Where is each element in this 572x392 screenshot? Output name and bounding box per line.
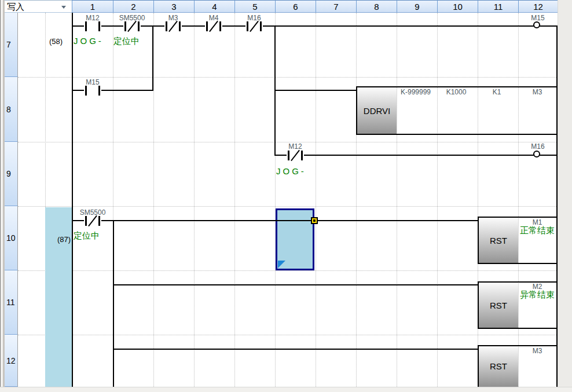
column-header-10: 10	[437, 0, 478, 13]
rung-line-row12	[113, 349, 479, 350]
left-power-rail	[72, 13, 73, 387]
rung-line-row7	[72, 25, 558, 27]
column-header-2: 2	[113, 0, 153, 13]
rung-line-row11	[113, 284, 479, 285]
ddrvi-operand-1: K-999999	[395, 88, 436, 96]
device-label: M15	[72, 78, 113, 86]
coil-m15-row7[interactable]	[533, 21, 540, 28]
comment-jog-row9: JOG-	[276, 166, 306, 176]
device-label: M16	[518, 142, 558, 151]
column-header-8: 8	[356, 0, 397, 13]
column-header-5: 5	[234, 0, 275, 13]
grid-line-h	[18, 270, 558, 271]
grid-line-v	[316, 13, 316, 387]
column-header-1: 1	[72, 0, 113, 13]
grid-line-v	[478, 13, 478, 387]
vertical-scrollbar-track[interactable]	[558, 0, 572, 387]
row-header-10[interactable]: 10	[5, 206, 18, 270]
grid-line-v	[234, 13, 235, 387]
rst3-operand: M3	[517, 347, 558, 355]
rst1-band-bottom-line	[478, 263, 558, 264]
window-left-frame	[0, 0, 5, 392]
rst2-instruction-box[interactable]: RST	[478, 281, 518, 329]
device-label: SM5500	[72, 208, 113, 217]
ddrvi-operand-3: K1	[476, 88, 517, 96]
chevron-down-icon[interactable]	[61, 6, 66, 9]
rst2-band-bottom-line	[478, 328, 558, 329]
grid-line-h	[18, 206, 558, 207]
rung-line-row9	[274, 155, 558, 156]
coil-m16-row9[interactable]	[533, 151, 540, 157]
rst1-band-top-line	[478, 217, 558, 218]
ddrvi-mnemonic: DDRVI	[364, 106, 390, 116]
device-label: M15	[518, 14, 558, 22]
rung-line-ddrvi	[274, 90, 357, 91]
horizontal-scrollbar-track[interactable]	[0, 387, 572, 392]
branch-line-col1	[113, 220, 114, 387]
contact-no-m15-row8[interactable]	[84, 86, 101, 96]
contact-no-m12-row7[interactable]	[84, 21, 101, 31]
rst3-band-top-line	[478, 345, 558, 346]
column-header-9: 9	[397, 0, 437, 13]
ddrvi-band-bottom-line	[356, 134, 558, 135]
nc-slash-icon	[127, 21, 137, 32]
rst3-instruction-box[interactable]: RST	[478, 345, 518, 387]
ddrvi-operand-4: M3	[517, 88, 558, 96]
rung-line-row10	[72, 220, 479, 221]
contact-nc-m3-row7[interactable]	[164, 21, 182, 31]
row-header-7[interactable]: 7	[5, 13, 18, 77]
ddrvi-band-top-line	[356, 86, 558, 87]
nc-slash-icon	[168, 21, 178, 32]
device-label: M4	[193, 14, 234, 22]
nc-slash-icon	[250, 21, 259, 32]
device-label: SM5500	[112, 14, 152, 22]
nc-slash-icon	[88, 215, 97, 226]
contact-nc-m16-row7[interactable]	[245, 21, 263, 31]
grid-line-h	[18, 335, 558, 335]
grid-line-v	[356, 13, 357, 387]
contact-nc-m4-row7[interactable]	[205, 21, 222, 31]
grid-line-v	[437, 13, 438, 387]
row-header-11[interactable]: 11	[5, 270, 18, 335]
row-header-12[interactable]: 12	[5, 335, 18, 387]
selection-handle[interactable]	[311, 217, 318, 224]
selected-rung-block-bar	[45, 207, 72, 387]
device-label: M16	[234, 14, 274, 22]
row-header-8[interactable]: 8	[5, 77, 18, 142]
mode-selector[interactable]: 写入	[5, 0, 72, 13]
rst1-instruction-box[interactable]: RST	[478, 217, 518, 264]
rst2-mnemonic: RST	[490, 301, 507, 310]
ladder-editor-window: 写入 1 2 3 4 5 6 7 8 9 10 11 12 7 8 9 10 1…	[0, 0, 572, 392]
rst1-mnemonic: RST	[490, 236, 507, 246]
ddrvi-instruction-box[interactable]: DDRVI	[356, 86, 397, 135]
device-label: M12	[275, 142, 316, 151]
contact-nc-sm5500-row10[interactable]	[84, 216, 101, 226]
ddrvi-operand-2: K1000	[436, 88, 476, 96]
column-header-3: 3	[153, 0, 194, 13]
column-header-11: 11	[478, 0, 518, 13]
device-label: M12	[72, 14, 113, 22]
device-label: M3	[153, 14, 193, 22]
row-header-9[interactable]: 9	[5, 142, 18, 206]
grid-line-h	[18, 77, 558, 78]
mode-label: 写入	[7, 2, 24, 13]
step-number-row10: (87)	[53, 235, 71, 244]
rst3-mnemonic: RST	[490, 361, 507, 371]
grid-line-v	[397, 13, 397, 387]
comment-rst2: 异常结束	[517, 290, 558, 301]
grid-line-v	[194, 13, 195, 387]
column-header-4: 4	[194, 0, 234, 13]
nc-slash-icon	[209, 21, 218, 32]
contact-nc-sm5500-row7[interactable]	[123, 21, 141, 31]
step-number-row7: (58)	[45, 37, 63, 46]
branch-line-m15	[152, 25, 153, 91]
grid-line-v	[518, 13, 519, 387]
comment-jog-row7: JOG-	[74, 36, 104, 46]
comment-pos-row10: 定位中	[74, 230, 100, 241]
nc-slash-icon	[291, 150, 300, 161]
contact-nc-m12-row9[interactable]	[287, 151, 304, 160]
grid-line-v	[153, 13, 154, 387]
column-header-7: 7	[316, 0, 356, 13]
column-header-6: 6	[275, 0, 316, 13]
comment-rst1: 正常结束	[517, 225, 558, 236]
